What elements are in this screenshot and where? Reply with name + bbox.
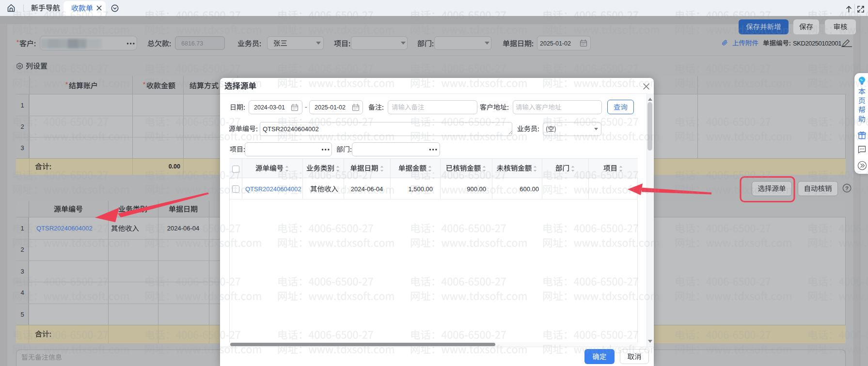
svg-text:?: ?: [845, 185, 849, 191]
